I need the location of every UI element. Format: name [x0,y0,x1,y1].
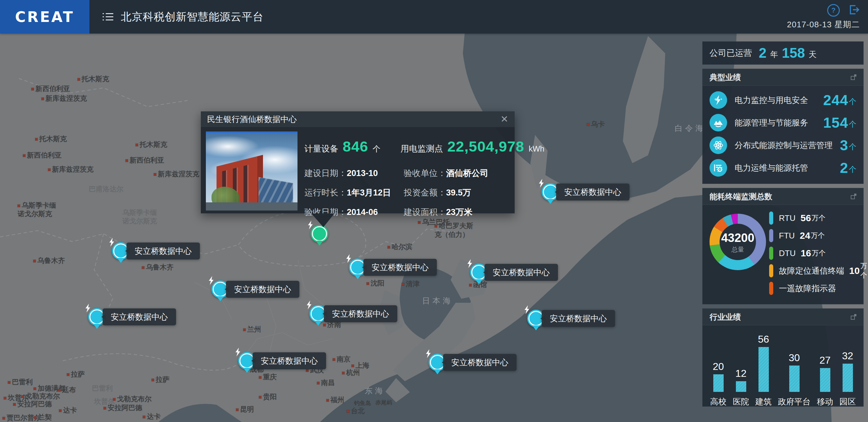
donut-legend: RTU56万个FTU24万个DTU16万个故障定位通信终端10万个一遥故障指示器 [769,210,860,298]
city-label: 安拉阿巴德 [13,399,52,409]
top-header: CREAT 北京科税创新智慧能源云平台 ? 2017-08-13 星期二 [0,0,868,34]
typical-item: 电力运维与能源托管2个 [710,157,857,179]
datacenter-marker: 安立桥数据中心 [238,352,256,369]
city-dot-icon [21,395,24,398]
marker-label[interactable]: 安立桥数据中心 [103,309,176,325]
bar-column: 27移动 [817,333,833,406]
typical-item: 分布式能源控制与运营管理3个 [710,134,857,157]
typical-items: 电力监控与用电安全244个能源管理与节能服务154个分布式能源控制与运营管理3个… [703,86,863,184]
city-label: 哈尔滨 [388,242,412,252]
bar-value-label: 12 [735,368,747,379]
datacenter-marker: 安立桥数据中心 [112,242,130,260]
marker-label[interactable]: 安立桥数据中心 [485,264,558,281]
industry-panel: 行业业绩 20高校12医院56建筑30政府平台27移动32园区 [702,309,864,407]
stat-unit: 个 [372,144,380,154]
typical-item-unit: 个 [849,97,857,107]
expand-icon[interactable] [851,314,857,320]
energy-curve-icon [710,114,727,131]
expand-icon[interactable] [851,194,857,199]
city-label: 托木斯克 [135,140,167,149]
industry-panel-title: 行业业绩 [710,312,741,322]
logout-icon[interactable] [848,4,860,16]
marker-label[interactable]: 安立桥数据中心 [253,352,326,369]
marker-label[interactable]: 安立桥数据中心 [363,259,437,276]
marker-label[interactable]: 安立桥数据中心 [443,354,517,371]
city-label: 诺戈尔斯克 [122,217,157,226]
popup-detail: 建设面积23万米 [404,206,507,218]
detail-label: 运行时长 [304,188,347,197]
city-dot-icon [306,369,308,372]
help-icon[interactable]: ? [827,4,840,17]
city-dot-icon [347,410,349,413]
detail-label: 验收单位 [404,168,446,178]
menu-icon[interactable] [103,13,113,21]
city-dot-icon [13,403,16,406]
detail-value: 23万米 [446,207,473,217]
marker-label[interactable]: 安立桥数据中心 [324,305,397,322]
legend-label: 一遥故障指示器 [779,283,836,294]
marker-pin-icon[interactable] [311,225,328,242]
close-icon[interactable]: ✕ [500,115,508,124]
brand-logo: CREAT [0,0,89,34]
city-dot-icon [78,78,80,80]
donut-ring: 43200 总量 [710,214,766,270]
city-label: 托木斯克 [78,74,109,84]
page-title: 北京科税创新智慧能源云平台 [121,10,264,24]
city-label: 乌鲁木齐 [142,263,174,272]
detail-value: 2013-10 [347,168,378,178]
typical-item-unit: 个 [849,164,857,174]
city-dot-icon [323,324,326,326]
expand-icon[interactable] [851,74,857,80]
datacenter-marker [311,225,328,242]
detail-value: 酒仙桥公司 [446,168,489,178]
city-label: 重庆 [259,372,277,382]
city-label: 新西伯利亚 [31,84,70,94]
city-label: 巴雷利 [92,384,113,393]
city-dot-icon [135,144,138,146]
popup-title: 民生银行酒仙桥数据中心 [207,114,297,125]
popup-header: 民生银行酒仙桥数据中心 ✕ [201,111,515,127]
legend-label: RTU [779,213,796,223]
city-dot-icon [317,382,319,384]
app-root: 托木斯克新西伯利亚新库兹涅茨克托木斯克新西伯利亚新库兹涅茨克托木斯克新西伯利亚新… [0,0,868,422]
city-dot-icon [587,123,589,126]
bar-column: 20高校 [710,333,726,406]
city-label: 新西伯利亚 [23,151,62,160]
sea-name-label: 日本海 [422,296,453,306]
bar-column: 30政府平台 [778,333,811,406]
stat-value: 846 [343,138,368,155]
city-dot-icon [327,399,329,401]
marker-label[interactable]: 安立桥数据中心 [226,281,299,298]
marker-label[interactable]: 安立桥数据中心 [541,310,615,327]
city-label: 赤尾屿 [375,399,392,406]
bar-value-label: 56 [758,333,769,345]
detail-label: 建设面积 [404,207,446,217]
city-dot-icon [418,221,421,224]
city-label: 钓鱼岛 [354,399,371,407]
marker-label[interactable]: 安立桥数据中心 [556,184,629,200]
city-dot-icon [2,417,5,420]
atom-icon [710,136,727,154]
sea-name-label: 东海 [365,386,385,396]
typical-item-value: 244 [823,92,848,108]
city-dot-icon [41,98,44,100]
sea-name-label: 白令海 [675,123,706,133]
datacenter-marker: 安立桥数据中心 [309,305,327,323]
current-date: 2017-08-13 星期二 [787,19,860,30]
city-label: 乌斯季卡缅 [18,201,56,210]
city-label: 拉萨 [152,375,169,384]
city-dot-icon [259,376,261,379]
city-label: 杭州 [342,368,360,378]
legend-label: 故障定位通信终端 [779,265,844,277]
typical-item-label: 分布式能源控制与运营管理 [735,140,833,151]
bar-category-label: 高校 [710,396,726,406]
typical-item-label: 电力运维与能源托管 [735,163,808,173]
marker-label[interactable]: 安立桥数据中心 [126,242,200,259]
stat-label: 用电监测点 [400,143,443,154]
typical-item-label: 能源管理与节能服务 [735,117,808,128]
popup-detail: 建设日期2013-10 [304,167,395,179]
city-label: 戈勒克布尔 [113,394,152,404]
city-dot-icon [154,173,156,176]
city-dot-icon [35,138,38,140]
city-dot-icon [67,374,69,376]
